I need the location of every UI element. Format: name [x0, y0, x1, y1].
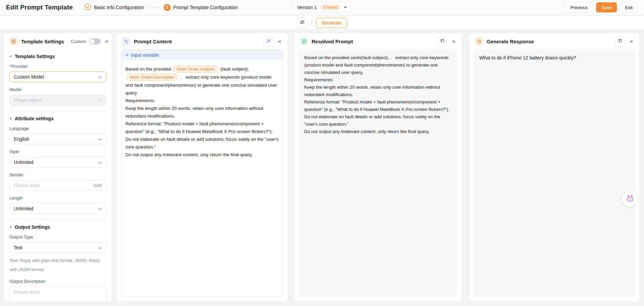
output-description-label: Output Description — [9, 279, 106, 284]
version-selector[interactable]: Version 1 Enabled — [293, 2, 351, 13]
style-select[interactable]: Unlimited — [9, 157, 106, 168]
prompt-text-segment: , extract only core keywords (product mo… — [125, 75, 280, 157]
required-mark: * — [9, 64, 11, 69]
page-title: Edit Prompt Template — [6, 4, 73, 11]
collapse-panel-icon[interactable]: « — [277, 38, 282, 45]
copy-response-button[interactable] — [615, 36, 625, 46]
ai-optimize-button[interactable] — [263, 36, 273, 46]
custom-toggle[interactable] — [89, 38, 101, 44]
sender-field-wrap: 0/40 — [9, 180, 106, 191]
panel-title: Prompt Content — [134, 39, 172, 44]
step-label: Basic Info Configuration — [94, 5, 144, 10]
variable-slash-icon — [122, 37, 130, 46]
provider-value: Custom Model — [14, 74, 44, 80]
chevron-down-icon — [98, 136, 102, 142]
variable-chip[interactable]: Work Order.Description — [126, 74, 178, 81]
generate-response-text: What to do if iPhone 12 battery drains q… — [479, 54, 630, 61]
generate-toolbar: Generate — [0, 16, 644, 29]
plus-icon: + — [125, 52, 128, 58]
caret-down-icon — [9, 56, 12, 57]
model-label: Model — [9, 87, 106, 92]
model-select[interactable]: Please select — [9, 95, 106, 105]
toolbar-divider — [312, 20, 312, 26]
resolved-prompt-box: Based on the provided ceshi(fault subjec… — [299, 49, 457, 297]
collapse-panel-icon[interactable]: « — [104, 38, 110, 45]
copy-resolved-button[interactable] — [437, 36, 447, 46]
output-type-hint: Text: Reply with plain text format; JSON… — [9, 256, 106, 274]
language-label: Language — [9, 126, 106, 131]
resolved-prompt-text: Based on the provided ceshi(fault subjec… — [304, 54, 452, 135]
step-prompt-template[interactable]: 2 Prompt Template Configuration — [164, 4, 238, 11]
robot-icon — [626, 194, 635, 204]
language-value: English — [14, 136, 29, 142]
step-label: Prompt Template Configuration — [173, 5, 238, 10]
step-separator-dots — [149, 7, 158, 8]
provider-select[interactable]: Custom Model — [9, 72, 106, 82]
variable-chip[interactable]: Work Order.Subject — [173, 65, 218, 73]
sender-input[interactable] — [14, 183, 91, 188]
generate-button[interactable]: Generate — [316, 18, 347, 28]
collapse-panel-icon[interactable]: « — [629, 38, 634, 45]
resolved-prompt-panel: Resolved Prompt « Based on the provided … — [294, 33, 462, 301]
main-content: Template Settings Custom « Template Sett… — [4, 33, 639, 301]
previous-button[interactable]: Previous — [565, 2, 593, 12]
collapse-panel-icon[interactable]: « — [451, 38, 457, 45]
output-type-label: Output Type — [9, 234, 106, 239]
section-divider — [9, 220, 106, 220]
notepad-icon — [475, 37, 483, 46]
add-input-variable-button[interactable]: + Input variable — [121, 50, 283, 60]
generate-response-header: Generate Response « — [470, 33, 639, 49]
generate-response-panel: Generate Response « What to do if iPhone… — [470, 33, 639, 301]
add-variable-label: Input variable — [131, 52, 159, 58]
template-settings-header: Template Settings Custom « — [4, 33, 112, 49]
resolved-prompt-header: Resolved Prompt « — [294, 33, 462, 49]
chevron-down-icon — [98, 74, 102, 80]
provider-label: *Provider — [9, 64, 106, 69]
section-output-settings[interactable]: Output Settings — [9, 224, 106, 230]
copy-icon — [618, 38, 623, 44]
document-icon — [300, 37, 308, 46]
generate-response-box: What to do if iPhone 12 battery drains q… — [474, 49, 635, 297]
output-type-value: Text — [14, 245, 22, 250]
sender-label: Sender — [9, 172, 106, 177]
output-description-textarea[interactable] — [9, 287, 106, 301]
prompt-editor: + Input variable Based on the provided W… — [121, 49, 283, 297]
exit-button[interactable]: Exit — [620, 2, 638, 12]
output-type-select[interactable]: Text — [9, 242, 106, 253]
model-params-button[interactable] — [297, 18, 308, 28]
section-divider — [9, 111, 106, 112]
wizard-steps: Basic Info Configuration 2 Prompt Templa… — [84, 3, 238, 12]
prompt-editor-text[interactable]: Based on the provided Work Order.Subject… — [121, 60, 283, 296]
panel-title: Generate Response — [487, 39, 534, 44]
length-label: Length — [9, 195, 106, 201]
chevron-down-icon — [98, 97, 102, 103]
prompt-text-segment: Based on the provided — [125, 67, 172, 72]
length-value: Unlimited — [14, 206, 33, 211]
section-title: Template Settings — [15, 54, 55, 59]
chevron-down-icon — [98, 245, 102, 250]
section-template-settings[interactable]: Template Settings — [9, 54, 106, 59]
assistant-fab[interactable] — [622, 191, 638, 207]
style-label: Style — [9, 149, 106, 154]
version-label: Version 1 — [297, 5, 317, 10]
magic-wand-icon — [266, 38, 271, 45]
prompt-content-header: Prompt Content — [117, 33, 287, 49]
caret-down-icon — [9, 226, 12, 228]
status-badge: Enabled — [320, 4, 341, 11]
prompt-text-segment: (fault subject), — [219, 67, 249, 72]
chevron-down-icon — [344, 7, 347, 8]
style-value: Unlimited — [14, 160, 33, 165]
chevron-down-icon — [98, 160, 102, 165]
section-attribute-settings[interactable]: Attribute settings — [9, 116, 106, 121]
template-settings-panel: Template Settings Custom « Template Sett… — [4, 33, 112, 301]
panel-title: Resolved Prompt — [312, 39, 353, 44]
step-done-check-icon — [84, 3, 91, 12]
chevron-down-icon — [98, 206, 102, 211]
custom-toggle-label: Custom — [71, 39, 86, 44]
template-settings-form: Template Settings *Provider Custom Model… — [4, 49, 112, 301]
step-basic-info[interactable]: Basic Info Configuration — [84, 3, 144, 12]
length-select[interactable]: Unlimited — [9, 203, 106, 214]
save-button[interactable]: Save — [596, 2, 617, 12]
sliders-icon — [300, 19, 305, 26]
language-select[interactable]: English — [9, 134, 106, 144]
